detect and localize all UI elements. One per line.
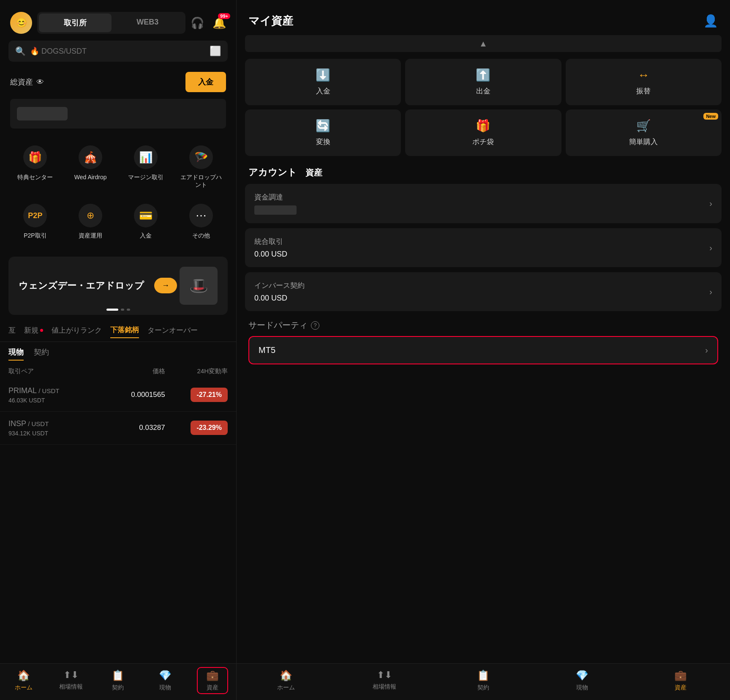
funding-content: 資金調達	[254, 192, 709, 215]
airdrop-hunt-icon: 🪂	[189, 145, 213, 169]
inverse-value: 0.00 USD	[254, 294, 709, 303]
market-tab-new[interactable]: 新規	[24, 325, 43, 338]
inverse-arrow-icon: ›	[709, 287, 712, 297]
icon-item-tokuten[interactable]: 🎁 特典センター	[8, 139, 62, 195]
info-icon[interactable]: ?	[311, 321, 319, 330]
search-icon: 🔍	[15, 46, 26, 56]
right-nav-spot[interactable]: 💎 現物	[533, 670, 632, 692]
deposit-button[interactable]: 入金	[185, 72, 226, 92]
table-row-1[interactable]: INSP / USDT 934.12K USDT 0.03287 -23.29%	[0, 412, 236, 445]
banner[interactable]: ウェンズデー・エアドロップ → 🎩	[8, 257, 228, 315]
right-spot-icon: 💎	[576, 670, 588, 681]
funding-title: 資金調達	[254, 192, 709, 202]
toggle-bar[interactable]: ▲	[245, 35, 722, 52]
p2p-icon: P2P	[23, 204, 47, 227]
assets-label: 総資産 👁	[10, 77, 44, 87]
left-nav-contract[interactable]: 📋 契約	[95, 670, 142, 692]
icon-item-p2p[interactable]: P2P P2P取引	[8, 197, 62, 246]
left-nav-spot[interactable]: 💎 現物	[142, 670, 189, 692]
right-home-label: ホーム	[277, 684, 295, 692]
icon-item-airdrop-hunt[interactable]: 🪂 エアドロップハント	[174, 139, 228, 195]
th-price: 価格	[102, 367, 165, 375]
banner-indicator	[106, 309, 130, 311]
action-convert[interactable]: 🔄 変換	[245, 109, 401, 156]
dot-active	[106, 309, 118, 311]
sub-tab-spot[interactable]: 現物	[8, 347, 24, 361]
asset-mgmt-label: 資産運用	[79, 232, 102, 239]
pair-info-1: INSP / USDT 934.12K USDT	[8, 419, 102, 437]
market-tab-losers[interactable]: 下落銘柄	[110, 325, 139, 338]
market-tabs: 亙 新規 値上がりランク 下落銘柄 ターンオーバー	[0, 322, 236, 342]
icon-item-others[interactable]: ⋯ その他	[174, 197, 228, 246]
right-nav-market[interactable]: ⬆⬇ 相場情報	[335, 670, 434, 692]
action-pochifukuro[interactable]: 🎁 ポチ袋	[405, 109, 561, 156]
left-header: 😊 取引所 WEB3 🎧 🔔 99+	[0, 0, 236, 41]
right-nav-assets[interactable]: 💼 資産	[631, 670, 730, 692]
mt5-card[interactable]: MT5 ›	[248, 336, 718, 364]
market-tab-recent[interactable]: 亙	[8, 325, 16, 338]
market-tab-turnover[interactable]: ターンオーバー	[147, 325, 198, 338]
market-label: 相場情報	[59, 683, 83, 691]
account-card-inverse[interactable]: インバース契約 0.00 USD ›	[245, 272, 722, 311]
left-bottom-nav: 🏠 ホーム ⬆⬇ 相場情報 📋 契約 💎 現物 💼 資産	[0, 663, 236, 700]
tab-exchange[interactable]: 取引所	[39, 14, 112, 32]
search-bar[interactable]: 🔍 ⬜	[8, 41, 228, 62]
change-badge-0: -27.21%	[191, 388, 228, 402]
tokuten-label: 特典センター	[17, 173, 53, 181]
table-row[interactable]: PRIMAL / USDT 46.03K USDT 0.0001565 -27.…	[0, 379, 236, 412]
notification-icon[interactable]: 🔔 99+	[212, 16, 226, 30]
action-deposit[interactable]: ⬇️ 入金	[245, 59, 401, 105]
p2p-label: P2P取引	[24, 232, 46, 239]
icon-item-asset-mgmt[interactable]: ⊕ 資産運用	[64, 197, 117, 246]
change-0: -27.21%	[165, 388, 228, 402]
unified-value: 0.00 USD	[254, 250, 709, 259]
action-buy[interactable]: New 🛒 簡単購入	[566, 109, 722, 156]
banner-text: ウェンズデー・エアドロップ	[19, 279, 144, 292]
icon-item-margin[interactable]: 📊 マージン取引	[119, 139, 173, 195]
funding-value	[254, 205, 709, 215]
left-nav-market[interactable]: ⬆⬇ 相場情報	[47, 670, 95, 692]
eye-icon[interactable]: 👁	[36, 78, 44, 87]
icon-item-deposit[interactable]: 💳 入金	[119, 197, 173, 246]
search-input[interactable]	[30, 47, 205, 56]
transfer-action-label: 振替	[636, 86, 651, 96]
pair-name-0: PRIMAL / USDT	[8, 386, 102, 395]
icon-item-wed-airdrop[interactable]: 🎪 Wed Airdrop	[64, 139, 117, 195]
scan-icon[interactable]: ⬜	[210, 46, 221, 57]
convert-action-label: 変換	[316, 137, 330, 147]
section-header: アカウント 資産	[237, 163, 730, 184]
right-nav-contract[interactable]: 📋 契約	[434, 670, 533, 692]
funding-blur	[254, 205, 297, 215]
deposit-icon: 💳	[134, 204, 158, 227]
account-card-unified[interactable]: 統合取引 0.00 USD ›	[245, 228, 722, 267]
table-header: 取引ペア 価格 24H変動率	[0, 364, 236, 379]
right-spot-label: 現物	[576, 684, 588, 692]
wed-airdrop-label: Wed Airdrop	[74, 173, 107, 181]
avatar[interactable]: 😊	[10, 12, 32, 34]
action-withdraw[interactable]: ⬆️ 出金	[405, 59, 561, 105]
change-badge-1: -23.29%	[191, 421, 228, 435]
account-card-funding[interactable]: 資金調達 ›	[245, 184, 722, 223]
price-0: 0.0001565	[102, 391, 165, 399]
right-nav-home[interactable]: 🏠 ホーム	[237, 670, 335, 692]
market-tab-gainers[interactable]: 値上がりランク	[52, 325, 102, 338]
profile-icon[interactable]: 👤	[703, 14, 718, 28]
dot-inactive-2	[127, 309, 130, 311]
left-nav-assets[interactable]: 💼 資産	[189, 670, 236, 692]
left-nav-home[interactable]: 🏠 ホーム	[0, 670, 47, 692]
sub-tab-contract[interactable]: 契約	[34, 347, 49, 361]
right-bottom-nav: 🏠 ホーム ⬆⬇ 相場情報 📋 契約 💎 現物 💼 資産	[237, 663, 730, 700]
spot-label: 現物	[159, 684, 171, 692]
section-tab-assets[interactable]: 資産	[305, 167, 322, 178]
banner-arrow-button[interactable]: →	[154, 278, 177, 293]
tokuten-icon: 🎁	[23, 145, 47, 169]
deposit-action-icon: ⬇️	[316, 68, 330, 82]
tab-web3[interactable]: WEB3	[112, 14, 184, 32]
right-assets-label: 資産	[675, 684, 686, 692]
change-1: -23.29%	[165, 421, 228, 435]
pochifukuro-action-label: ポチ袋	[472, 137, 494, 147]
headset-icon[interactable]: 🎧	[191, 16, 204, 30]
airdrop-hunt-label: エアドロップハント	[177, 173, 224, 189]
section-title: アカウント	[248, 166, 297, 179]
action-transfer[interactable]: ↔️ 振替	[566, 59, 722, 105]
